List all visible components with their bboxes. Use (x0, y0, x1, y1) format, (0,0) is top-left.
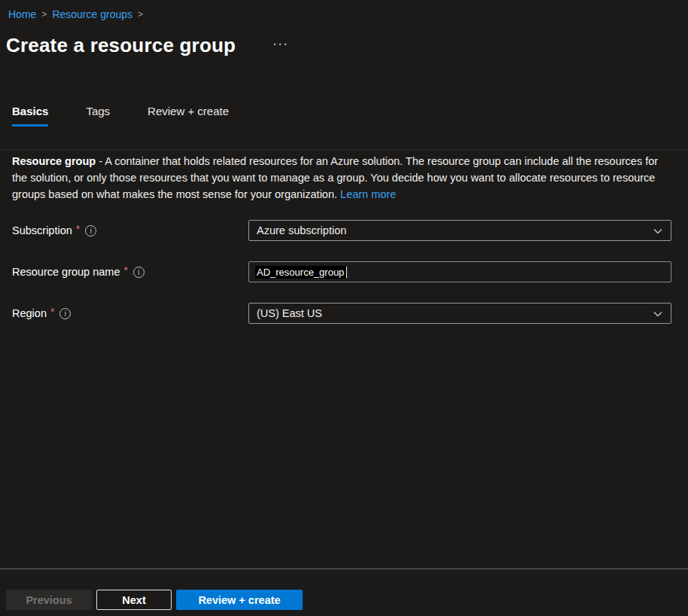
region-dropdown[interactable]: (US) East US (248, 303, 671, 324)
description-body: - A container that holds related resourc… (12, 155, 658, 200)
region-dropdown-value: (US) East US (257, 307, 322, 319)
page-title: Create a resource group (6, 34, 236, 57)
required-asterisk: * (76, 223, 80, 235)
resource-group-name-label-text: Resource group name (12, 266, 120, 278)
subscription-label-text: Subscription (12, 224, 72, 236)
subscription-label: Subscription * i (12, 224, 96, 236)
previous-button[interactable]: Previous (6, 590, 92, 610)
breadcrumb-separator-icon: > (41, 9, 47, 20)
required-asterisk: * (123, 264, 127, 276)
subscription-dropdown-value: Azure subscription (257, 224, 346, 236)
breadcrumb-link-home[interactable]: Home (8, 8, 36, 20)
info-icon[interactable]: i (85, 225, 96, 236)
text-cursor (346, 267, 347, 278)
footer-action-bar: Previous Next Review + create (0, 590, 688, 611)
description-lead: Resource group (12, 155, 96, 167)
region-label: Region * i (12, 307, 71, 319)
breadcrumb-separator-icon: > (138, 9, 143, 20)
review-create-button[interactable]: Review + create (176, 590, 303, 610)
resource-group-name-value: AD_resource_group (255, 266, 346, 279)
subscription-dropdown[interactable]: Azure subscription (248, 220, 671, 241)
required-asterisk: * (50, 306, 54, 318)
resource-group-name-input[interactable]: AD_resource_group (248, 261, 671, 282)
resource-group-description: Resource group - A container that holds … (12, 153, 670, 203)
tab-review-create[interactable]: Review + create (148, 105, 229, 127)
info-icon[interactable]: i (59, 308, 71, 319)
next-button[interactable]: Next (96, 590, 172, 610)
info-icon[interactable]: i (133, 267, 145, 278)
chevron-down-icon (653, 226, 663, 236)
tab-list: Basics Tags Review + create (12, 105, 229, 127)
region-row: Region * i (US) East US (0, 303, 688, 324)
footer-divider (0, 569, 688, 569)
resource-group-name-row: Resource group name * i AD_resource_grou… (0, 261, 688, 282)
breadcrumb: Home > Resource groups > (8, 8, 143, 20)
subscription-row: Subscription * i Azure subscription (0, 220, 688, 241)
resource-group-name-label: Resource group name * i (12, 266, 145, 278)
tabs-divider (0, 149, 688, 150)
breadcrumb-link-resource-groups[interactable]: Resource groups (52, 8, 132, 20)
tab-basics[interactable]: Basics (12, 105, 48, 127)
learn-more-link[interactable]: Learn more (340, 188, 396, 200)
chevron-down-icon (653, 309, 663, 319)
region-label-text: Region (12, 307, 47, 319)
tab-tags[interactable]: Tags (86, 105, 110, 127)
more-options-icon[interactable]: ··· (273, 38, 289, 50)
